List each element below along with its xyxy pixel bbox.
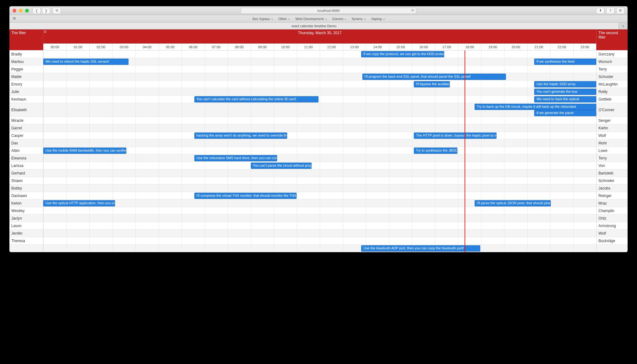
hour-label[interactable]: 08:00 — [228, 44, 251, 50]
track[interactable]: hacking the array won't do anything, we … — [43, 132, 596, 139]
date-header[interactable]: Thursday, March 30, 2017 — [43, 29, 596, 36]
timeline-event[interactable]: Use the bluetooth ADP port, then you can… — [361, 245, 480, 252]
hour-label[interactable]: 00:00 — [43, 44, 66, 50]
track[interactable]: Use the redundant SMS hard drive, then y… — [43, 154, 596, 162]
timeline-row: GarretKiehn — [9, 124, 628, 132]
track[interactable]: Use the optical HTTP application, then y… — [43, 200, 596, 207]
timeline-event[interactable]: I'll compress the virtual THX monitor, t… — [194, 193, 297, 199]
hour-label[interactable]: 16:00 — [412, 44, 435, 50]
hour-label[interactable]: 02:00 — [89, 44, 113, 50]
group-label-left: Emory — [9, 81, 43, 88]
track[interactable]: Use the mobile RAM bandwidth, then you c… — [43, 147, 596, 154]
track[interactable] — [43, 169, 596, 177]
track[interactable] — [43, 207, 596, 214]
track[interactable] — [43, 215, 596, 222]
hour-label[interactable]: 04:00 — [135, 44, 159, 50]
hour-label[interactable]: 12:00 — [320, 44, 343, 50]
favorite-item[interactable]: Vaping ▾ — [371, 17, 385, 21]
hour-label[interactable]: 03:00 — [113, 44, 136, 50]
sidebar-button[interactable]: ☰ — [53, 8, 61, 14]
track[interactable]: If we copy the protocol, we can get to t… — [43, 50, 596, 58]
group-label-right: O'Conner — [596, 103, 628, 117]
maximize-icon[interactable] — [25, 9, 29, 13]
refresh-icon[interactable]: ⟳ — [411, 8, 414, 13]
track[interactable]: I'll compress the virtual THX monitor, t… — [43, 192, 596, 199]
timeline-event[interactable]: If we generate the panel — [534, 110, 596, 116]
hour-label[interactable]: 23:00 — [573, 44, 597, 50]
track[interactable]: Use the bluetooth ADP port, then you can… — [43, 245, 596, 252]
close-icon[interactable] — [13, 9, 16, 13]
toolbar-right: ⬇ ⇪ ⧉ — [596, 8, 624, 14]
favorite-item[interactable]: Без Хурмы ▾ — [252, 17, 272, 21]
track[interactable]: I'll bypass the auxiliaryUse the haptic … — [43, 81, 596, 88]
hour-label[interactable]: 01:00 — [66, 44, 90, 50]
timeline-row: Use the bluetooth ADP port, then you can… — [9, 245, 628, 252]
timeline-event[interactable]: If we copy the protocol, we can get to t… — [361, 51, 444, 57]
timeline-event[interactable]: You can't generate the bus — [534, 89, 596, 95]
minimize-icon[interactable] — [19, 9, 23, 13]
url-input[interactable]: localhost:8080 ⟳ — [241, 8, 416, 14]
hour-label[interactable]: 14:00 — [366, 44, 389, 50]
forward-button[interactable]: ❯ — [42, 8, 50, 14]
hour-label[interactable]: 19:00 — [481, 44, 504, 50]
timeline-event[interactable]: If we synthesize the feed — [534, 59, 596, 65]
new-tab-button[interactable]: + — [619, 23, 628, 29]
hour-label[interactable]: 05:00 — [159, 44, 182, 50]
timeline-event[interactable]: Try to back up the GB circuit, maybe it … — [475, 104, 596, 110]
track[interactable] — [43, 177, 596, 184]
hour-label[interactable]: 17:00 — [435, 44, 458, 50]
favorite-item[interactable]: Купить ▾ — [352, 17, 366, 21]
hour-label[interactable]: 10:00 — [274, 44, 297, 50]
hour-label[interactable]: 13:00 — [343, 44, 366, 50]
favorite-item[interactable]: Web Development ▾ — [295, 17, 326, 21]
track[interactable]: Try to back up the GB circuit, maybe it … — [43, 103, 596, 117]
timeline-event[interactable]: Use the redundant SMS hard drive, then y… — [194, 155, 277, 161]
tab-active[interactable]: react calendar timeline Demo — [9, 23, 619, 29]
hour-label[interactable]: 20:00 — [504, 44, 527, 50]
track[interactable] — [43, 124, 596, 132]
timeline-event[interactable]: Use the haptic SDD array — [534, 81, 596, 87]
track[interactable] — [43, 230, 596, 237]
timeline-event[interactable]: I'll program the back-end SSL panel, tha… — [362, 74, 506, 80]
timeline-event[interactable]: You can't calculate the card without cal… — [194, 96, 319, 102]
timeline-event[interactable]: You can't parse the circuit without prog… — [251, 163, 312, 169]
hour-label[interactable]: 15:00 — [389, 44, 412, 50]
timeline-row: TheresaBuckridge — [9, 237, 628, 245]
timeline-row: EmoryI'll bypass the auxiliaryUse the ha… — [9, 81, 628, 88]
favorite-item[interactable]: Other ▾ — [278, 17, 290, 21]
timeline-event[interactable]: We need to hack the optical — [534, 96, 596, 102]
hour-label[interactable]: 07:00 — [205, 44, 228, 50]
timeline-event[interactable]: hacking the array won't do anything, we … — [194, 133, 287, 139]
track[interactable] — [43, 185, 596, 192]
share-icon[interactable]: ⇪ — [606, 8, 614, 14]
track[interactable]: You can't calculate the card without cal… — [43, 96, 596, 103]
timeline-event[interactable]: Use the mobile RAM bandwidth, then you c… — [43, 148, 126, 154]
track[interactable]: You can't generate the bus — [43, 88, 596, 95]
track[interactable] — [43, 65, 596, 73]
download-icon[interactable]: ⬇ — [596, 8, 604, 14]
track[interactable]: We need to reboot the haptic SSL sensor!… — [43, 58, 596, 65]
tabs-icon[interactable]: ⧉ — [616, 8, 624, 14]
group-label-right: Terry — [596, 65, 628, 73]
hour-label[interactable]: 06:00 — [182, 44, 205, 50]
back-button[interactable]: ❮ — [33, 8, 41, 14]
timeline-event[interactable]: The HTTP pixel is down, bypass the hapti… — [414, 133, 497, 139]
favorite-item[interactable]: Games ▾ — [332, 17, 346, 21]
hour-label[interactable]: 22:00 — [550, 44, 573, 50]
track[interactable] — [43, 222, 596, 229]
hour-label[interactable]: 18:00 — [458, 44, 481, 50]
track[interactable]: You can't parse the circuit without prog… — [43, 162, 596, 169]
timeline-event[interactable]: I'll parse the optical JSON pixel, that … — [475, 200, 551, 206]
track[interactable] — [43, 117, 596, 124]
hour-label[interactable]: 09:00 — [251, 44, 274, 50]
timeline-event[interactable]: Try to synthesize the JBOD — [414, 148, 457, 154]
track[interactable] — [43, 237, 596, 244]
track[interactable] — [43, 139, 596, 147]
hour-label[interactable]: 11:00 — [297, 44, 320, 50]
timeline-event[interactable]: Use the optical HTTP application, then y… — [43, 200, 115, 206]
timeline-event[interactable]: I'll bypass the auxiliary — [414, 81, 450, 87]
track[interactable]: I'll program the back-end SSL panel, tha… — [43, 73, 596, 80]
hour-label[interactable]: 21:00 — [527, 44, 550, 50]
grid-icon[interactable]: ⠿⠿ — [13, 17, 15, 20]
timeline-event[interactable]: We need to reboot the haptic SSL sensor! — [43, 59, 129, 65]
